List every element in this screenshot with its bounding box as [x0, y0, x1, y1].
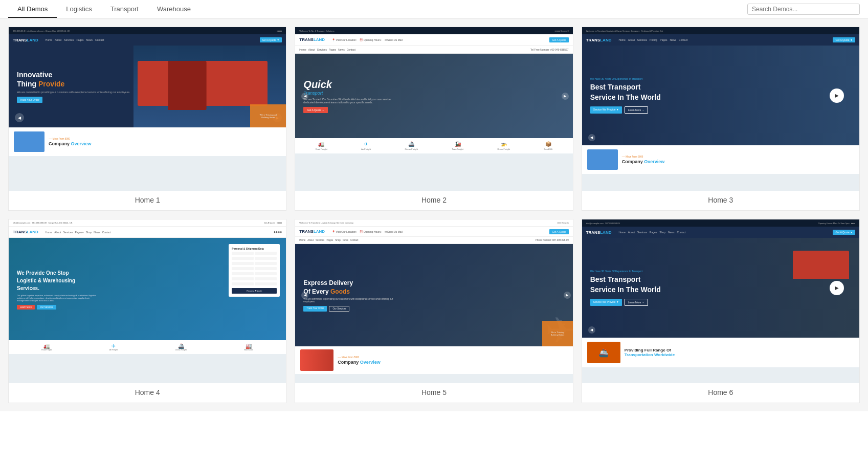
- top-navigation: All Demos Logistics Transport Warehouse: [0, 0, 868, 18]
- demos-grid: 987-098-09-8 | info@example.com | Cargo …: [0, 18, 868, 411]
- tab-warehouse[interactable]: Warehouse: [148, 1, 200, 18]
- demo-card-home2: Welcome To No. 1 Transport Solutions♦♦♦♦…: [295, 27, 573, 211]
- demo-card-home1: 987-098-09-8 | info@example.com | Cargo …: [8, 27, 286, 211]
- demo-card-home6: info@example.com 987-098-098-09 Opening …: [582, 219, 860, 403]
- import-button-home4[interactable]: Import Demo: [153, 293, 214, 310]
- tab-transport[interactable]: Transport: [101, 1, 148, 18]
- demo-preview-home2: Welcome To No. 1 Transport Solutions♦♦♦♦…: [295, 27, 572, 191]
- demo-title-home5: Home 5: [295, 383, 572, 403]
- import-button-home5[interactable]: Import Demo: [440, 293, 501, 310]
- import-button-home2[interactable]: Import Demo: [440, 101, 501, 118]
- demo-card-home5: Welcome To Transland Logistic & Cargo Se…: [295, 219, 573, 403]
- demo-title-home2: Home 2: [295, 191, 572, 210]
- preview-button-home1[interactable]: Preview Demo: [80, 100, 147, 118]
- import-button-home6[interactable]: Import Demo: [727, 293, 788, 310]
- tab-logistics[interactable]: Logistics: [57, 1, 101, 18]
- import-button-home1[interactable]: Import Demo: [153, 101, 214, 118]
- nav-tabs: All Demos Logistics Transport Warehouse: [8, 1, 747, 17]
- demo-title-home6: Home 6: [582, 383, 859, 403]
- search-input[interactable]: [752, 6, 855, 13]
- preview-button-home6[interactable]: Preview Demo: [654, 293, 721, 311]
- tab-all-demos[interactable]: All Demos: [8, 1, 57, 18]
- demo-title-home3: Home 3: [582, 191, 859, 210]
- demo-title-home4: Home 4: [9, 383, 286, 403]
- preview-button-home4[interactable]: Preview Demo: [80, 293, 147, 311]
- demo-preview-home3: Welcome to Transland Logistic & Cargo Se…: [582, 27, 859, 191]
- demo-title-home1: Home 1: [9, 191, 286, 210]
- demo-preview-home1: 987-098-09-8 | info@example.com | Cargo …: [9, 27, 286, 191]
- demo-preview-home6: info@example.com 987-098-098-09 Opening …: [582, 219, 859, 383]
- import-button-home3[interactable]: Import Demo: [727, 101, 788, 118]
- preview-button-home3[interactable]: Preview Demo: [654, 100, 721, 118]
- demo-card-home4: info@example.com 987-098-098-09 Cargo Hu…: [8, 219, 286, 403]
- demo-card-home3: Welcome to Transland Logistic & Cargo Se…: [582, 27, 860, 211]
- demo-preview-home5: Welcome To Transland Logistic & Cargo Se…: [295, 219, 572, 383]
- search-box: [747, 4, 860, 15]
- preview-button-home2[interactable]: Preview Demo: [367, 100, 434, 118]
- preview-button-home5[interactable]: Preview Demo: [367, 293, 434, 311]
- demo-preview-home4: info@example.com 987-098-098-09 Cargo Hu…: [9, 219, 286, 383]
